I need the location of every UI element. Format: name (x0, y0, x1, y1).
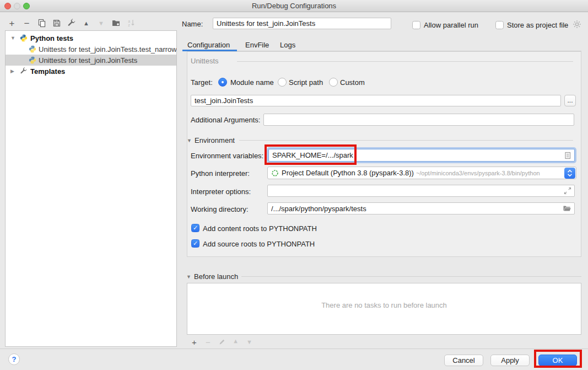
allow-parallel-run-checkbox[interactable] (412, 21, 420, 29)
interpreter-dropdown-stepper[interactable] (564, 168, 575, 179)
move-down-icon: ▼ (246, 339, 252, 345)
tree-node-python-tests[interactable]: ▼ Python tests (6, 33, 176, 44)
python-icon (20, 34, 28, 42)
copy-configuration-button[interactable] (34, 17, 49, 29)
tree-node-test-narrow[interactable]: Unittests for test_join.JoinTests.test_n… (6, 44, 176, 55)
name-input[interactable] (213, 18, 391, 29)
target-script-path-label: Script path (289, 78, 323, 87)
target-module-name-label: Module name (230, 78, 274, 87)
move-up-icon: ▲ (83, 20, 89, 26)
edit-task-button[interactable] (215, 336, 229, 348)
before-launch-empty-text: There are no tasks to run before launch (187, 301, 581, 309)
before-launch-toolbar: + − ▼ ▼ (187, 336, 256, 348)
move-down-button[interactable]: ▼ (94, 17, 109, 29)
move-task-up-button[interactable]: ▼ (229, 336, 242, 348)
title-bar: Run/Debug Configurations (0, 0, 588, 12)
additional-arguments-label: Additional Arguments: (191, 116, 260, 124)
run-debug-configurations-dialog: Run/Debug Configurations + − ▲ ▼ (0, 0, 588, 370)
sort-alphabetically-icon: a z (127, 19, 136, 28)
move-up-button[interactable]: ▲ (79, 17, 94, 29)
python-test-icon (29, 56, 36, 64)
tree-node-label: Unittests for test_join.JoinTests (39, 56, 177, 65)
interpreter-options-input[interactable] (267, 185, 575, 197)
tree-node-label: Python tests (30, 34, 73, 42)
target-label: Target: (191, 78, 213, 87)
python-interpreter-label: Python interpreter: (191, 169, 250, 178)
tab-configuration[interactable]: Configuration (187, 41, 230, 49)
section-divider (237, 61, 573, 62)
add-source-roots-label: Add source roots to PYTHONPATH (203, 240, 315, 248)
remove-icon: − (24, 19, 30, 28)
add-content-roots-label: Add content roots to PYTHONPATH (203, 224, 317, 233)
move-task-down-button[interactable]: ▼ (242, 336, 256, 348)
add-source-roots-checkbox[interactable]: ✓ (191, 239, 199, 248)
apply-button[interactable]: Apply (490, 355, 530, 366)
add-icon: + (9, 19, 15, 28)
window-title: Run/Debug Configurations (0, 0, 588, 12)
before-launch-task-list: There are no tasks to run before launch (187, 283, 581, 335)
chevron-up-down-icon (567, 169, 573, 177)
remove-configuration-button[interactable]: − (19, 17, 34, 29)
target-custom-label: Custom (340, 78, 365, 87)
move-up-icon: ▼ (233, 339, 239, 345)
new-folder-icon (112, 19, 121, 28)
working-directory-input[interactable] (267, 202, 575, 215)
save-configuration-button[interactable] (49, 17, 64, 29)
target-custom-radio[interactable] (329, 78, 338, 87)
copy-icon (37, 19, 46, 28)
tree-node-label: Unittests for test_join.JoinTests.test_n… (39, 45, 177, 53)
tab-envfile[interactable]: EnvFile (245, 41, 269, 49)
templates-wrench-icon (20, 67, 28, 75)
add-content-roots-checkbox[interactable]: ✓ (191, 224, 199, 232)
browse-module-button[interactable]: ... (564, 95, 576, 106)
environment-collapse-icon[interactable]: ▼ (187, 138, 192, 143)
gear-icon[interactable] (573, 20, 581, 29)
ok-button[interactable]: OK (538, 355, 577, 366)
remove-icon: − (206, 338, 211, 346)
before-launch-section-title: Before launch (194, 272, 238, 281)
additional-arguments-input[interactable] (263, 114, 574, 126)
environment-variables-label: Environment variables: (191, 152, 263, 160)
interpreter-options-label: Interpreter options: (191, 187, 251, 196)
edit-templates-button[interactable] (64, 17, 79, 29)
tree-node-label: Templates (30, 67, 65, 76)
target-module-name-radio[interactable] (218, 78, 227, 87)
tree-collapsed-icon[interactable]: ▶ (10, 68, 14, 74)
tree-node-jointests-selected[interactable]: Unittests for test_join.JoinTests (6, 55, 176, 66)
pencil-icon (218, 338, 226, 346)
add-configuration-button[interactable]: + (4, 17, 19, 29)
module-name-input[interactable] (191, 95, 561, 106)
python-interpreter-path: ~/opt/miniconda3/envs/pyspark-3.8/bin/py… (416, 170, 540, 176)
add-task-button[interactable]: + (187, 336, 201, 348)
allow-parallel-run-label: Allow parallel run (424, 21, 478, 29)
python-interpreter-select[interactable]: Project Default (Python 3.8 (pyspark-3.8… (267, 167, 576, 179)
tab-logs[interactable]: Logs (280, 41, 295, 49)
target-script-path-radio[interactable] (278, 78, 287, 87)
new-folder-button[interactable] (109, 17, 123, 29)
python-interpreter-value: Project Default (Python 3.8 (pyspark-3.8… (282, 169, 414, 177)
svg-text:a: a (128, 19, 130, 23)
add-icon: + (192, 338, 197, 346)
conda-environment-icon (271, 169, 279, 177)
wrench-icon (67, 19, 76, 28)
sort-configurations-button[interactable]: a z (123, 17, 138, 29)
section-divider (239, 140, 573, 141)
store-as-project-file-checkbox[interactable] (495, 21, 504, 29)
environment-variables-input[interactable] (268, 149, 575, 162)
footer-divider (0, 348, 588, 349)
svg-text:z: z (128, 23, 130, 27)
help-button[interactable]: ? (8, 353, 20, 365)
section-divider (241, 276, 581, 277)
tree-expanded-icon[interactable]: ▼ (10, 35, 15, 41)
configurations-tree: ▼ Python tests Unittests for test_join.J… (5, 30, 177, 347)
name-label: Name: (182, 20, 203, 28)
environment-section-title: Environment (195, 136, 235, 144)
working-directory-label: Working directory: (191, 205, 249, 213)
before-launch-collapse-icon[interactable]: ▼ (186, 274, 191, 280)
tree-node-templates[interactable]: ▶ Templates (6, 66, 176, 77)
remove-task-button[interactable]: − (201, 336, 215, 348)
save-icon (52, 19, 61, 28)
cancel-button[interactable]: Cancel (444, 355, 483, 366)
move-down-icon: ▼ (98, 20, 104, 26)
store-as-project-file-label: Store as project file (507, 21, 568, 29)
